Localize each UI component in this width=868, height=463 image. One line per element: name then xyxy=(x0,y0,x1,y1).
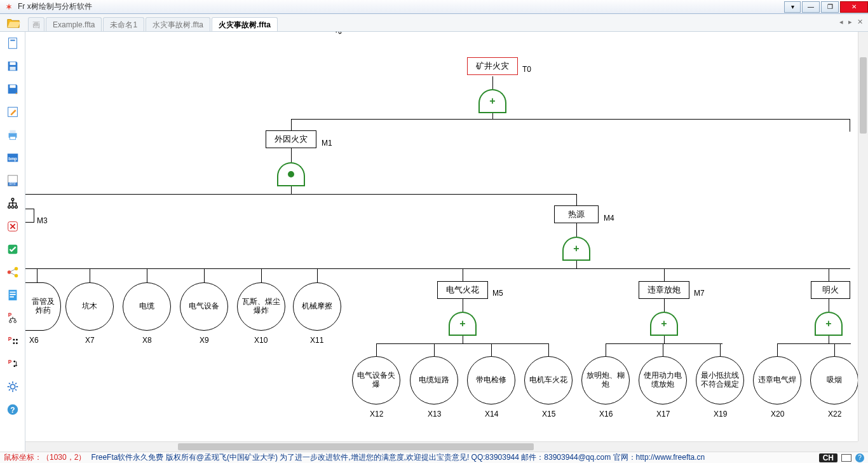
or-gate-m7[interactable] xyxy=(650,312,678,335)
overflow-button[interactable]: ▾ xyxy=(784,1,801,13)
new-file-button[interactable] xyxy=(4,34,22,52)
svg-rect-25 xyxy=(10,294,15,295)
basic-x9[interactable]: 电气设备 xyxy=(180,282,228,331)
svg-rect-26 xyxy=(10,296,13,298)
ime-indicator[interactable]: CH ? xyxy=(819,453,864,462)
svg-point-14 xyxy=(11,198,14,201)
svg-text:P: P xyxy=(8,312,11,318)
basic-x17[interactable]: 使用动力电缆放炮 xyxy=(639,356,687,404)
basic-x12[interactable]: 电气设备失爆 xyxy=(352,356,400,404)
svg-point-34 xyxy=(16,342,18,344)
report-button[interactable] xyxy=(4,286,22,304)
basic-x20[interactable]: 违章电气焊 xyxy=(753,356,801,404)
save-button[interactable] xyxy=(4,57,22,75)
or-gate-m8[interactable] xyxy=(815,312,843,335)
code-m1: M1 xyxy=(322,139,332,148)
basic-x10[interactable]: 瓦斯、煤尘爆炸 xyxy=(237,282,285,331)
code-x17: X17 xyxy=(656,410,670,418)
prob-arrow-button[interactable]: P xyxy=(4,355,22,373)
basic-x14[interactable]: 带电检修 xyxy=(467,356,515,404)
tab-flood[interactable]: 水灾事故树.ffta xyxy=(146,17,210,31)
delete-button[interactable] xyxy=(4,218,22,235)
tab-fire[interactable]: 火灾事故树.ffta xyxy=(212,17,278,31)
share-button[interactable] xyxy=(4,263,22,281)
svg-point-21 xyxy=(14,267,18,271)
or-gate-m4[interactable] xyxy=(562,237,590,259)
svg-point-22 xyxy=(14,274,18,278)
export-rtf-button[interactable]: RTF xyxy=(4,172,22,190)
status-bar: 鼠标坐标：（1030，2） FreeFta软件永久免费 版权所有@孟现飞(中国矿… xyxy=(0,452,868,463)
coord-label: 鼠标坐标： xyxy=(4,453,42,462)
main-area: bmp RTF P P P ? 拖拽上传 84% 2.4K/S 2.1K/S xyxy=(0,32,868,452)
prob-dots-button[interactable]: P xyxy=(4,332,22,350)
code-x14: X14 xyxy=(485,410,498,418)
code-x11: X11 xyxy=(310,336,323,345)
svg-rect-3 xyxy=(10,67,15,71)
svg-text:P: P xyxy=(8,336,11,342)
horizontal-scrollbar[interactable] xyxy=(25,441,858,452)
code-x19: X19 xyxy=(714,410,727,418)
or-gate-t0[interactable] xyxy=(478,89,506,112)
edit-button[interactable] xyxy=(4,103,22,121)
code-m5: M5 xyxy=(492,289,503,298)
tab-example[interactable]: Example.ffta xyxy=(46,17,102,31)
event-m7[interactable]: 违章放炮 xyxy=(639,281,689,299)
svg-point-15 xyxy=(8,206,10,209)
probability-button[interactable]: P xyxy=(4,309,22,327)
tab-prev-icon[interactable]: ◂ xyxy=(838,18,844,26)
validate-button[interactable] xyxy=(4,240,22,258)
save-as-button[interactable] xyxy=(4,80,22,98)
root-event-box[interactable]: 矿井火灾 xyxy=(467,57,518,75)
basic-x15[interactable]: 电机车火花 xyxy=(524,356,573,404)
code-x8: X8 xyxy=(142,336,152,345)
event-m5[interactable]: 电气火花 xyxy=(437,281,488,299)
keyboard-icon xyxy=(841,454,851,462)
maximize-button[interactable]: ❐ xyxy=(821,1,839,13)
basic-x13[interactable]: 电缆短路 xyxy=(410,356,458,404)
tree-layout-button[interactable] xyxy=(4,195,22,212)
basic-x8[interactable]: 电缆 xyxy=(123,282,171,331)
title-bar: ✶ Fr x树绘制与分析软件 ▾ — ❐ ✕ xyxy=(0,0,868,14)
vertical-scrollbar[interactable] xyxy=(858,32,868,441)
left-toolbar: bmp RTF P P P ? xyxy=(0,32,25,452)
basic-x7[interactable]: 坑木 xyxy=(65,282,114,331)
basic-x19[interactable]: 最小抵抗线不符合规定 xyxy=(696,356,744,404)
svg-point-36 xyxy=(13,361,15,363)
basic-x22[interactable]: 吸烟 xyxy=(810,356,858,404)
event-m1[interactable]: 外因火灾 xyxy=(266,130,316,148)
tab-next-icon[interactable]: ▸ xyxy=(847,18,853,26)
export-bmp-button[interactable]: bmp xyxy=(4,149,22,167)
basic-x11[interactable]: 机械摩擦 xyxy=(293,282,341,331)
code-x7: X7 xyxy=(85,336,95,345)
or-gate-m5[interactable] xyxy=(449,312,477,335)
event-m3-clipped[interactable] xyxy=(25,209,34,223)
minimize-button[interactable]: — xyxy=(802,1,820,13)
code-m4: M4 xyxy=(604,214,614,223)
event-m4[interactable]: 热源 xyxy=(554,205,599,223)
code-m7: M7 xyxy=(694,289,705,298)
code-x13: X13 xyxy=(428,410,441,418)
code-x20: X20 xyxy=(771,410,784,418)
print-button[interactable] xyxy=(4,126,22,144)
help-button[interactable]: ? xyxy=(4,401,22,418)
open-folder-button[interactable] xyxy=(4,15,23,31)
tab-start[interactable]: 画 xyxy=(28,17,44,31)
svg-point-31 xyxy=(13,339,15,341)
svg-point-33 xyxy=(13,342,15,344)
svg-point-20 xyxy=(7,270,11,274)
coord-value: （1030，2） xyxy=(42,453,86,462)
svg-point-16 xyxy=(11,206,14,209)
tab-untitled[interactable]: 未命名1 xyxy=(103,17,144,31)
diagram-canvas[interactable]: 拖拽上传 84% 2.4K/S 2.1K/S 矿井火灾 T0 外因 xyxy=(25,32,868,452)
code-t0: T0 xyxy=(522,65,531,74)
settings-button[interactable] xyxy=(4,378,22,396)
close-button[interactable]: ✕ xyxy=(840,1,868,13)
code-x15: X15 xyxy=(542,410,555,418)
app-icon: ✶ xyxy=(4,2,14,12)
and-gate-m1[interactable] xyxy=(277,162,305,185)
basic-x6[interactable]: 雷管及炸药 xyxy=(25,282,61,331)
basic-x16[interactable]: 放明炮、糊炮 xyxy=(581,356,630,404)
code-x9: X9 xyxy=(200,336,209,345)
tab-close-icon[interactable]: ✕ xyxy=(856,18,864,26)
event-m8[interactable]: 明火 xyxy=(811,281,850,299)
